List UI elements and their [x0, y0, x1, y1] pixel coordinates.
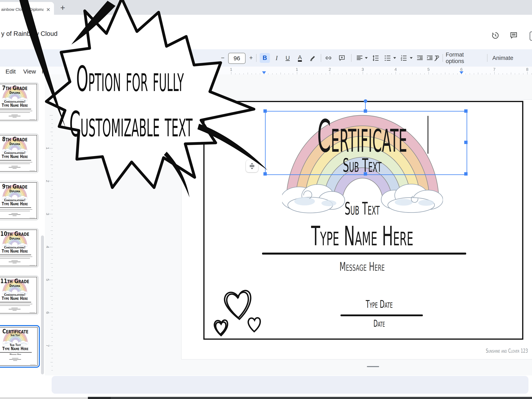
google-slides-window: ainbow Clouds Diploma ✕ + Search Google …	[0, 0, 532, 399]
burst-text-line1: Option for fully	[32, 65, 228, 93]
burst-text-line2: Customizable text	[32, 110, 231, 138]
arrow-stroke-topleft	[19, 0, 66, 128]
